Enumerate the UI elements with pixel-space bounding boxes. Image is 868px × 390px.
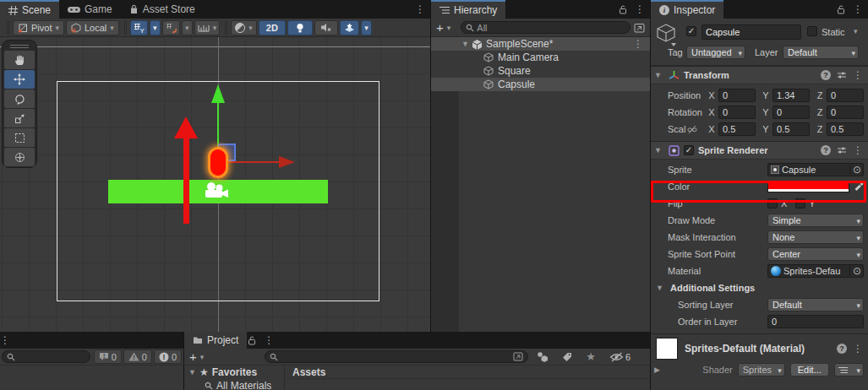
console-error-toggle[interactable]: ! 0 xyxy=(154,349,182,364)
snap-increment-button[interactable] xyxy=(162,20,180,35)
component-menu-icon[interactable]: ⋮ xyxy=(853,70,863,80)
console-search-input[interactable] xyxy=(2,350,90,363)
position-y-input[interactable]: 1.34 xyxy=(772,89,810,102)
search-by-label-icon[interactable] xyxy=(562,352,572,362)
position-z-input[interactable]: 0 xyxy=(827,89,864,102)
tab-inspector[interactable]: i Inspector xyxy=(651,0,723,19)
hierarchy-item-main-camera[interactable]: Main Camera xyxy=(431,51,650,64)
help-icon[interactable]: ? xyxy=(821,70,831,80)
static-checkbox[interactable] xyxy=(807,26,817,36)
tab-project[interactable]: Project xyxy=(184,332,247,349)
favorites-foldout-icon[interactable]: ▼ xyxy=(188,368,196,376)
console-menu-icon[interactable]: ⋮ xyxy=(0,335,10,345)
flip-y-checkbox[interactable] xyxy=(795,198,805,209)
scale-z-input[interactable]: 0.5 xyxy=(827,122,864,136)
gizmo-x-axis-shaft[interactable] xyxy=(221,161,281,163)
local-button[interactable]: Local ▾ xyxy=(66,20,119,35)
scene-foldout-icon[interactable]: ▼ xyxy=(461,40,472,48)
favorites-item[interactable]: ▼ ★ Favorites xyxy=(184,366,284,379)
palette-drag-handle[interactable] xyxy=(4,42,35,50)
create-asset-dropdown-arrow[interactable]: ▾ xyxy=(200,353,205,361)
effects-dropdown[interactable]: ▾ xyxy=(361,20,372,35)
rotation-x-input[interactable]: 0 xyxy=(718,106,756,119)
additional-settings-foldout-icon[interactable]: ▼ xyxy=(656,284,666,292)
gameobject-name-input[interactable]: Capsule xyxy=(701,24,801,40)
capsule-object-selected[interactable] xyxy=(208,147,228,178)
hierarchy-search-input[interactable]: All xyxy=(461,21,631,34)
hierarchy-menu-icon[interactable]: ⋮ xyxy=(635,4,645,14)
measure-button[interactable]: ▾ xyxy=(194,20,221,35)
scale-y-input[interactable]: 0.5 xyxy=(772,122,810,136)
shading-mode-button[interactable]: ▾ xyxy=(231,20,257,35)
color-swatch[interactable] xyxy=(767,181,849,192)
tab-hierarchy[interactable]: Hierarchy xyxy=(431,0,505,19)
transform-foldout-icon[interactable]: ▼ xyxy=(654,71,664,79)
material-list-dropdown[interactable]: ▾ xyxy=(834,363,864,376)
object-picker-icon[interactable]: ⊙ xyxy=(849,266,861,276)
material-object-field[interactable]: Sprites-Defau ⊙ xyxy=(767,264,864,278)
project-search-input[interactable] xyxy=(265,350,528,363)
move-tool-button[interactable] xyxy=(4,70,35,89)
sprite-renderer-enabled-checkbox[interactable]: ✓ xyxy=(684,145,694,155)
presets-icon[interactable] xyxy=(837,146,847,154)
gizmo-y-axis-arrowhead[interactable] xyxy=(211,84,225,103)
lock-icon[interactable] xyxy=(247,335,257,345)
assets-breadcrumb[interactable]: Assets xyxy=(286,366,650,379)
sorting-layer-dropdown[interactable]: Default▾ xyxy=(767,298,864,311)
order-in-layer-input[interactable]: 0 xyxy=(767,315,864,328)
create-asset-button[interactable]: + xyxy=(189,350,197,363)
material-foldout-icon[interactable]: ▶ xyxy=(654,366,663,374)
sprite-object-field[interactable]: Capsule ⊙ xyxy=(767,163,864,176)
shader-edit-button[interactable]: Edit... xyxy=(790,363,829,376)
scale-x-input[interactable]: 0.5 xyxy=(718,122,756,136)
hierarchy-item-scene[interactable]: ▼ SampleScene* ⋮ xyxy=(431,37,650,51)
rotation-y-input[interactable]: 0 xyxy=(772,106,810,119)
help-icon[interactable]: ? xyxy=(821,145,831,155)
transform-section-header[interactable]: ▼ Transform ? ⋮ xyxy=(651,66,868,84)
tab-scene[interactable]: Scene xyxy=(0,0,59,19)
lock-icon[interactable] xyxy=(836,4,846,14)
material-menu-icon[interactable]: ⋮ xyxy=(853,344,863,354)
rotate-tool-button[interactable] xyxy=(4,89,35,108)
create-button[interactable]: + xyxy=(436,21,444,34)
save-search-icon[interactable] xyxy=(634,23,645,33)
additional-settings-row[interactable]: ▼ Additional Settings xyxy=(651,279,868,296)
mask-interaction-dropdown[interactable]: None▾ xyxy=(767,230,864,244)
draw-mode-dropdown[interactable]: Simple▾ xyxy=(767,214,864,227)
gameobject-big-cube-icon[interactable] xyxy=(656,23,678,46)
scene-menu-icon[interactable]: ⋮ xyxy=(633,39,643,49)
2d-mode-button[interactable]: 2D xyxy=(259,20,286,35)
rotation-z-input[interactable]: 0 xyxy=(827,106,864,119)
lock-icon[interactable] xyxy=(618,4,628,14)
link-broken-icon[interactable] xyxy=(687,125,697,134)
component-menu-icon[interactable]: ⋮ xyxy=(853,145,863,155)
snap-increment-dropdown[interactable]: ▾ xyxy=(182,20,193,35)
pivot-button[interactable]: Pivot ▾ xyxy=(13,20,64,35)
hidden-count-toggle[interactable]: 6 xyxy=(609,352,631,362)
eyedropper-icon[interactable] xyxy=(854,181,864,192)
transform-tool-button[interactable] xyxy=(4,148,35,166)
rect-tool-button[interactable] xyxy=(4,128,35,147)
favorites-star-icon[interactable]: ★ xyxy=(586,351,596,362)
object-picker-icon[interactable]: ⊙ xyxy=(849,165,861,175)
grid-visibility-button[interactable]: Y xyxy=(130,20,148,35)
layer-dropdown[interactable]: Default▾ xyxy=(783,46,859,59)
sprite-sort-point-dropdown[interactable]: Center▾ xyxy=(767,247,864,261)
gizmo-x-axis-arrowhead[interactable] xyxy=(279,156,295,168)
active-checkbox[interactable]: ✓ xyxy=(686,26,696,36)
scene-effects-button[interactable] xyxy=(340,20,359,35)
project-menu-icon[interactable]: ⋮ xyxy=(264,335,274,345)
flip-x-checkbox[interactable] xyxy=(767,198,778,209)
tag-dropdown[interactable]: Untagged▾ xyxy=(686,46,745,59)
hierarchy-item-square[interactable]: Square xyxy=(431,64,650,78)
save-search-icon[interactable] xyxy=(513,352,523,361)
console-warning-toggle[interactable]: ! 0 xyxy=(123,349,152,364)
camera-gizmo-icon[interactable] xyxy=(204,181,230,200)
hand-tool-button[interactable] xyxy=(4,51,35,69)
search-by-type-icon[interactable] xyxy=(537,351,549,362)
static-dropdown-arrow[interactable]: ▾ xyxy=(854,27,858,35)
tab-asset-store[interactable]: Asset Store xyxy=(121,0,204,19)
sprite-renderer-section-header[interactable]: ▼ ✓ Sprite Renderer ? ⋮ xyxy=(651,141,868,160)
scene-viewport[interactable] xyxy=(0,37,431,332)
sprite-renderer-foldout-icon[interactable]: ▼ xyxy=(654,146,664,154)
